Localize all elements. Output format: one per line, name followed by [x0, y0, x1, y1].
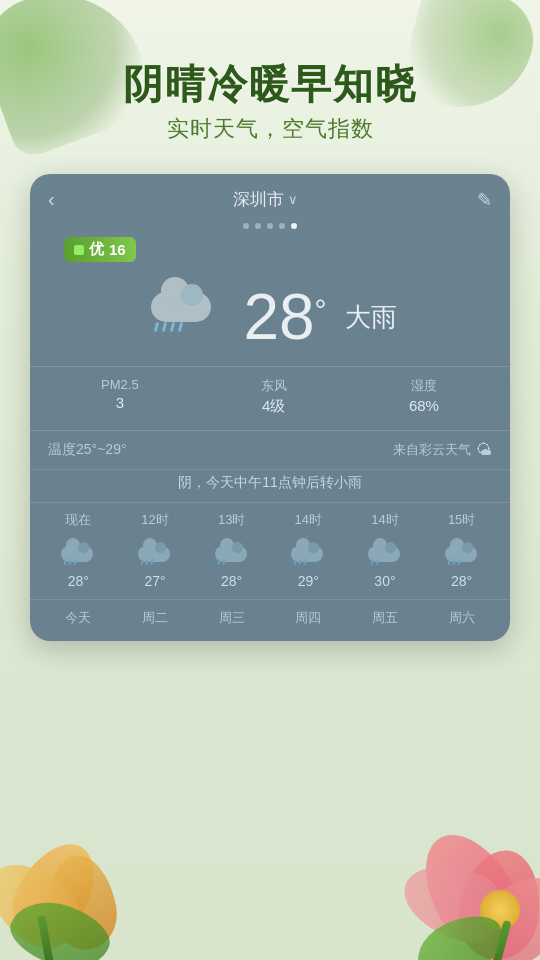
hour-label-2: 13时: [197, 511, 267, 529]
small-cloud-1: [135, 537, 175, 565]
hour-label-0: 现在: [43, 511, 113, 529]
day-label-5: 周六: [449, 610, 475, 625]
small-cloud-4: [365, 537, 405, 565]
humidity-value: 68%: [409, 397, 439, 414]
weather-icon-large: [143, 282, 233, 352]
day-label-0: 今天: [65, 610, 91, 625]
s-rain-drop-1c: [150, 559, 153, 565]
hour-temp-0: 28°: [43, 573, 113, 589]
s-rain-drop-4a: [370, 559, 373, 565]
aqi-badge: 优 16: [64, 237, 136, 262]
day-label-3: 周四: [295, 610, 321, 625]
rain-drop-4: [178, 322, 183, 332]
temp-source-row: 温度25°~29° 来自彩云天气 🌤: [30, 431, 510, 469]
s-rain-drop-3a: [294, 559, 297, 565]
hour-label-3: 14时: [273, 511, 343, 529]
dot-1: [243, 223, 249, 229]
cloud-shape: [143, 282, 223, 332]
sub-title: 实时天气，空气指数: [0, 114, 540, 144]
city-name-text: 深圳市: [233, 188, 284, 211]
wind-label: 东风: [261, 377, 287, 395]
s-rain-drop-4b: [375, 559, 378, 565]
day-item-3: 周四: [273, 608, 343, 627]
hourly-icons: [30, 533, 510, 569]
hour-label-1: 12时: [120, 511, 190, 529]
hour-label-4: 14时: [350, 511, 420, 529]
hourly-header: 现在 12时 13时 14时 14时 15时: [30, 502, 510, 533]
main-title: 阴晴冷暖早知晓: [0, 60, 540, 108]
hour-label-5: 15时: [427, 511, 497, 529]
hour-icon-5: [427, 537, 497, 565]
pm25-value: 3: [101, 394, 139, 411]
weather-card: ‹ 深圳市 ∨ ✎ 优 16: [30, 174, 510, 641]
small-cloud-3: [288, 537, 328, 565]
s-rain-drop-1a: [140, 559, 143, 565]
day-item-5: 周六: [427, 608, 497, 627]
weather-main: 28 ° 大雨: [30, 272, 510, 366]
s-rain-drop-0b: [69, 559, 72, 565]
s-rain-drop-0a: [64, 559, 67, 565]
stat-pm25: PM2.5 3: [101, 377, 139, 416]
s-rain-drop-3c: [304, 559, 307, 565]
pm25-label: PM2.5: [101, 377, 139, 392]
day-item-0: 今天: [43, 608, 113, 627]
stat-humidity: 湿度 68%: [409, 377, 439, 416]
s-rain-drop-0c: [74, 559, 77, 565]
hour-temp-2: 28°: [197, 573, 267, 589]
hourly-temps: 28° 27° 28° 29° 30° 28°: [30, 569, 510, 599]
rain-drop-2: [162, 322, 167, 332]
city-dropdown-arrow: ∨: [288, 192, 298, 207]
temperature-number: 28: [243, 285, 314, 349]
day-item-2: 周三: [197, 608, 267, 627]
rain-drops: [155, 322, 182, 332]
s-rain-2: [218, 559, 225, 565]
s-rain-drop-3b: [299, 559, 302, 565]
source-icon: 🌤: [476, 441, 492, 459]
hour-icon-3: [273, 537, 343, 565]
weather-description-main: 大雨: [345, 300, 397, 335]
dot-5-active: [291, 223, 297, 229]
day-label-1: 周二: [142, 610, 168, 625]
lotus-decoration-br: [320, 720, 540, 960]
temperature-display: 28 °: [243, 285, 326, 349]
s-rain-drop-5a: [447, 559, 450, 565]
hour-icon-2: [197, 537, 267, 565]
hour-temp-4: 30°: [350, 573, 420, 589]
card-header: ‹ 深圳市 ∨ ✎: [30, 174, 510, 219]
hour-icon-1: [120, 537, 190, 565]
temperature-unit: °: [315, 293, 327, 327]
humidity-label: 湿度: [409, 377, 439, 395]
s-rain-0: [64, 559, 76, 565]
page-dots: [30, 219, 510, 237]
stat-wind: 东风 4级: [261, 377, 287, 416]
weather-stats: PM2.5 3 东风 4级 湿度 68%: [30, 366, 510, 431]
small-cloud-2: [212, 537, 252, 565]
edit-button[interactable]: ✎: [477, 189, 492, 211]
aqi-value: 16: [109, 241, 126, 258]
s-rain-drop-5b: [452, 559, 455, 565]
back-button[interactable]: ‹: [48, 188, 55, 211]
s-rain-1: [141, 559, 153, 565]
day-item-1: 周二: [120, 608, 190, 627]
day-label-2: 周三: [219, 610, 245, 625]
wind-value: 4级: [261, 397, 287, 416]
day-label-4: 周五: [372, 610, 398, 625]
day-item-4: 周五: [350, 608, 420, 627]
temp-range: 温度25°~29°: [48, 441, 127, 459]
rain-drop-3: [170, 322, 175, 332]
s-rain-5: [448, 559, 460, 565]
s-rain-4: [371, 559, 378, 565]
hour-temp-1: 27°: [120, 573, 190, 589]
dot-2: [255, 223, 261, 229]
weather-description-text: 阴，今天中午11点钟后转小雨: [30, 469, 510, 502]
city-selector[interactable]: 深圳市 ∨: [233, 188, 298, 211]
lotus-decoration-bl: [0, 740, 200, 960]
s-rain-drop-1b: [145, 559, 148, 565]
rain-drop-1: [154, 322, 159, 332]
background: 阴晴冷暖早知晓 实时天气，空气指数 ‹ 深圳市 ∨ ✎ 优 16: [0, 0, 540, 960]
hour-temp-3: 29°: [273, 573, 343, 589]
hour-temp-5: 28°: [427, 573, 497, 589]
hour-icon-4: [350, 537, 420, 565]
cloud-body: [151, 292, 211, 322]
daily-forecast: 今天 周二 周三 周四 周五 周六: [30, 599, 510, 641]
